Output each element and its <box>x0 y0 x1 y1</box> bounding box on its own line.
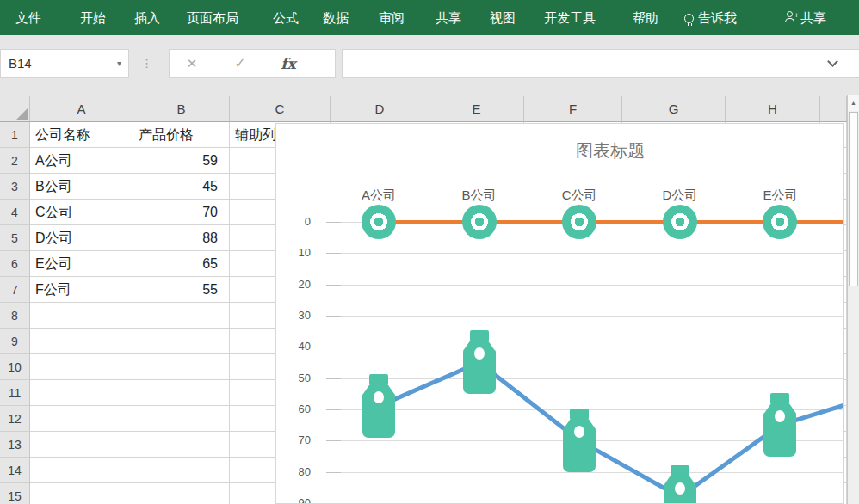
cell-B7[interactable]: 55 <box>133 277 230 303</box>
donut-marker-icon-3[interactable] <box>562 205 596 239</box>
bottle-marker-icon-2[interactable] <box>463 330 496 394</box>
cell-B4[interactable]: 70 <box>133 200 230 225</box>
row-header-8[interactable]: 8 <box>0 303 30 329</box>
cell-A12[interactable] <box>30 406 133 432</box>
formula-bar-band: B14 ▾ ⋮ ✕ ✓ fx <box>0 35 859 96</box>
cell-B1[interactable]: 产品价格 <box>133 122 230 148</box>
menu-tab-7[interactable]: 审阅 <box>379 0 405 35</box>
cell-B11[interactable] <box>133 380 230 406</box>
cell-B12[interactable] <box>133 406 230 432</box>
donut-marker-icon-4[interactable] <box>663 205 697 239</box>
lightbulb-icon <box>684 14 694 23</box>
menu-tab-8[interactable]: 共享 <box>436 0 461 35</box>
bottle-cap <box>470 330 489 341</box>
row-header-10[interactable]: 10 <box>0 354 30 380</box>
cell-A14[interactable] <box>30 458 133 483</box>
cell-B13[interactable] <box>133 432 230 458</box>
select-all-button[interactable] <box>0 96 30 122</box>
embedded-chart[interactable]: 图表标题 0102030405060708090A公司B公司C公司D公司E公司F… <box>275 123 844 504</box>
menu-tab-3[interactable]: 插入 <box>134 0 160 35</box>
cell-B8[interactable] <box>133 303 230 329</box>
cell-B3[interactable]: 45 <box>133 174 230 200</box>
cell-A15[interactable] <box>30 483 133 504</box>
category-label-5: E公司 <box>763 187 797 204</box>
category-label-3: C公司 <box>562 187 597 204</box>
formula-bar-handle-icon[interactable]: ⋮ <box>141 49 152 78</box>
cell-A10[interactable] <box>30 354 133 380</box>
row-header-7[interactable]: 7 <box>0 277 30 303</box>
cell-B10[interactable] <box>133 354 230 380</box>
bottle-marker-icon-3[interactable] <box>563 409 596 472</box>
row-header-15[interactable]: 15 <box>0 483 30 504</box>
row-header-4[interactable]: 4 <box>0 200 30 225</box>
row-header-12[interactable]: 12 <box>0 406 30 432</box>
cell-A3[interactable]: B公司 <box>30 174 133 200</box>
bottle-cap <box>671 465 689 476</box>
cell-A6[interactable]: E公司 <box>30 251 133 277</box>
cell-A13[interactable] <box>30 432 133 458</box>
cell-A5[interactable]: D公司 <box>30 225 133 251</box>
column-header-B[interactable]: B <box>133 96 230 122</box>
row-header-2[interactable]: 2 <box>0 148 30 174</box>
menu-tab-2[interactable]: 开始 <box>80 0 106 35</box>
cell-A2[interactable]: A公司 <box>30 148 133 174</box>
row-header-14[interactable]: 14 <box>0 458 30 483</box>
cell-B9[interactable] <box>133 329 230 354</box>
menu-tab-10[interactable]: 开发工具 <box>544 0 596 35</box>
column-header-A[interactable]: A <box>30 96 133 122</box>
menu-tab-9[interactable]: 视图 <box>490 0 516 35</box>
insert-function-icon[interactable]: fx <box>271 50 306 77</box>
vertical-scrollbar[interactable]: ▲ <box>847 95 859 504</box>
scroll-up-icon[interactable]: ▲ <box>848 95 859 111</box>
name-box-value: B14 <box>9 56 32 71</box>
row-header-3[interactable]: 3 <box>0 174 30 200</box>
row-header-6[interactable]: 6 <box>0 251 30 277</box>
name-box-dropdown-icon[interactable]: ▾ <box>117 50 121 77</box>
bottle-marker-icon-4[interactable] <box>664 465 696 504</box>
column-header-D[interactable]: D <box>331 96 430 122</box>
cell-B6[interactable]: 65 <box>133 251 230 277</box>
bottle-marker-icon-1[interactable] <box>362 374 395 438</box>
row-header-1[interactable]: 1 <box>0 122 30 148</box>
cell-B15[interactable] <box>133 483 230 504</box>
price-line-series <box>276 124 844 504</box>
menu-tab-1[interactable]: 文件 <box>15 0 41 35</box>
menu-tab-5[interactable]: 公式 <box>273 0 299 35</box>
cell-B5[interactable]: 88 <box>133 225 230 251</box>
row-header-5[interactable]: 5 <box>0 225 30 251</box>
cell-B2[interactable]: 59 <box>133 148 230 174</box>
column-header-C[interactable]: C <box>230 96 331 122</box>
category-label-4: D公司 <box>662 187 697 204</box>
row-header-9[interactable]: 9 <box>0 329 30 354</box>
cell-A8[interactable] <box>30 303 133 329</box>
row-header-13[interactable]: 13 <box>0 432 30 458</box>
person-add-icon: + <box>785 11 797 22</box>
menu-tab-tell-me[interactable]: 告诉我 <box>684 0 737 35</box>
cancel-icon[interactable]: ✕ <box>175 50 209 77</box>
formula-input[interactable] <box>342 49 859 78</box>
cell-A9[interactable] <box>30 329 133 354</box>
donut-marker-icon-2[interactable] <box>462 205 497 239</box>
menu-tab-6[interactable]: 数据 <box>323 0 349 35</box>
bottle-cap <box>770 393 789 404</box>
column-header-F[interactable]: F <box>524 96 622 122</box>
cell-A11[interactable] <box>30 380 133 406</box>
column-header-H[interactable]: H <box>726 96 820 122</box>
column-header-E[interactable]: E <box>430 96 524 122</box>
column-header-partial[interactable] <box>820 96 847 122</box>
menu-tab-share[interactable]: +共享 <box>785 0 826 35</box>
cell-A1[interactable]: 公司名称 <box>30 122 133 148</box>
name-box[interactable]: B14 ▾ <box>0 49 129 78</box>
column-header-G[interactable]: G <box>622 96 726 122</box>
menu-tab-4[interactable]: 页面布局 <box>187 0 238 35</box>
cell-A7[interactable]: F公司 <box>30 277 133 303</box>
row-header-11[interactable]: 11 <box>0 380 30 406</box>
donut-marker-icon-1[interactable] <box>362 205 396 239</box>
cell-A4[interactable]: C公司 <box>30 200 133 225</box>
bottle-marker-icon-5[interactable] <box>763 393 796 457</box>
menu-tab-11[interactable]: 帮助 <box>633 0 658 35</box>
cell-B14[interactable] <box>133 458 230 483</box>
enter-icon[interactable]: ✓ <box>223 50 257 77</box>
scrollbar-thumb[interactable] <box>849 112 858 286</box>
bottle-dot <box>474 347 485 360</box>
